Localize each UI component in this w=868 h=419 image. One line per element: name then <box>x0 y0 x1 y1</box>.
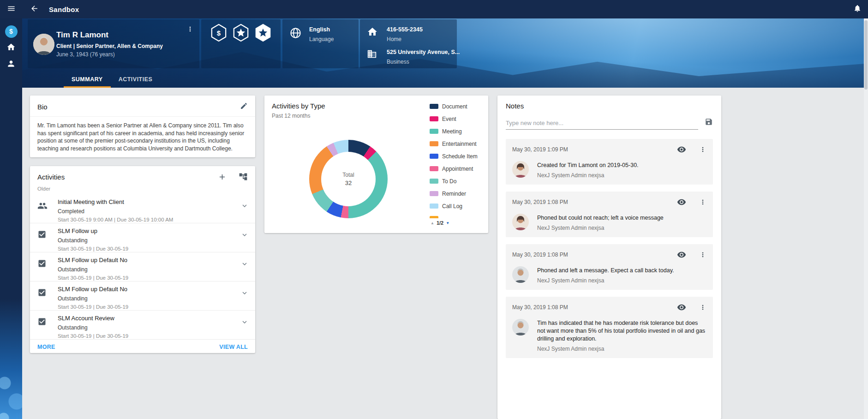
note-text: Tim has indicated that he has moderate r… <box>537 319 706 343</box>
donut-total-label: Total <box>342 172 354 178</box>
back-button[interactable] <box>26 4 42 15</box>
legend-pagination: ▲ 1/2 ▼ <box>431 220 449 226</box>
activity-row[interactable]: SLM Follow up Outstanding Start 30-05-19… <box>30 223 255 252</box>
bio-card: Bio Mr. Tim Lamont has been a Senior Par… <box>30 96 255 157</box>
page-indicator: 1/2 <box>437 220 443 226</box>
legend-label: Call Log <box>442 203 462 210</box>
view-all-button[interactable]: VIEW ALL <box>219 344 248 350</box>
new-note-input[interactable] <box>506 117 698 130</box>
dots-vertical-icon[interactable] <box>699 251 706 258</box>
language-value: English <box>309 26 330 33</box>
legend-swatch <box>430 179 438 184</box>
chevron-down-icon[interactable] <box>240 202 249 210</box>
note-text: Phoned and left a message. Expect a call… <box>537 267 674 275</box>
chevron-down-icon[interactable] <box>240 318 249 326</box>
note-author-avatar <box>512 319 529 335</box>
activity-row[interactable]: SLM Follow up Default No Outstanding Sta… <box>30 252 255 281</box>
add-activity-button[interactable] <box>218 173 227 181</box>
legend-item: Appointment <box>430 165 486 172</box>
bio-title: Bio <box>37 103 48 111</box>
dots-vertical-icon <box>186 26 194 34</box>
tab-summary-label: SUMMARY <box>72 76 103 83</box>
activity-row[interactable]: Initial Meeting with Client Completed St… <box>30 194 255 223</box>
profile-birthdate: June 3, 1943 (76 years) <box>56 51 115 58</box>
menu-button[interactable] <box>0 4 22 15</box>
language-card[interactable]: English Language <box>282 19 359 68</box>
hamburger-icon <box>7 4 16 15</box>
note-author-avatar <box>512 266 529 283</box>
chevron-down-icon[interactable] <box>240 260 249 268</box>
note-timestamp: May 30, 2019 1:08 PM <box>512 199 677 205</box>
phone-number[interactable]: 416-555-2345 <box>387 26 423 33</box>
note-item: May 30, 2019 1:08 PM Phoned but could no… <box>506 192 713 237</box>
donut-total-value: 32 <box>345 180 352 186</box>
task-check-icon <box>37 230 47 239</box>
star-icon <box>236 28 246 38</box>
task-check-icon <box>37 259 47 268</box>
app-title: Sandbox <box>49 6 79 13</box>
activity-row[interactable]: SLM Follow up Default No Outstanding Sta… <box>30 281 255 311</box>
eye-icon[interactable] <box>677 198 686 207</box>
activity-title: Initial Meeting with Client <box>58 198 233 205</box>
floppy-save-icon <box>705 118 713 128</box>
activity-row[interactable]: SLM Account Review Outstanding Start 30-… <box>30 311 255 340</box>
activity-title: SLM Follow up Default No <box>58 257 233 263</box>
dollar-icon: $ <box>210 24 227 42</box>
top-app-bar: Sandbox <box>0 0 868 18</box>
page-up-icon[interactable]: ▲ <box>431 221 434 225</box>
notes-card: Notes May 30, 2019 1:09 PM Created for T… <box>497 96 721 419</box>
nav-contacts-button[interactable] <box>0 56 22 73</box>
star-hexagon-badge[interactable] <box>233 24 249 42</box>
note-text: Phoned but could not reach; left a voice… <box>537 214 664 222</box>
tab-activities-label: ACTIVITIES <box>119 76 153 83</box>
legend-swatch <box>430 191 438 196</box>
eye-icon[interactable] <box>677 250 686 259</box>
chevron-down-icon[interactable] <box>240 289 249 297</box>
dots-vertical-icon[interactable] <box>699 146 706 153</box>
note-author: NexJ System Admin nexjsa <box>537 277 674 284</box>
profile-name: Tim R Lamont <box>56 30 108 40</box>
note-timestamp: May 30, 2019 1:08 PM <box>512 304 677 311</box>
legend-swatch <box>430 166 438 171</box>
language-label: Language <box>309 36 334 42</box>
eye-icon[interactable] <box>677 145 686 154</box>
save-note-button[interactable] <box>705 118 713 128</box>
nav-home-button[interactable] <box>0 40 22 56</box>
nav-money-button[interactable]: $ <box>0 23 22 40</box>
filled-star-hexagon-badge[interactable] <box>255 24 271 42</box>
donut-center-label: Total 32 <box>309 140 388 218</box>
people-icon <box>37 201 48 211</box>
activities-by-type-card: Activities by Type Past 12 months Total … <box>264 96 488 233</box>
address-value[interactable]: 525 University Avenue, S... <box>387 49 460 55</box>
dots-vertical-icon[interactable] <box>699 198 706 206</box>
tab-summary[interactable]: SUMMARY <box>64 71 111 88</box>
activity-status: Completed <box>58 208 233 215</box>
dollar-hexagon-badge[interactable]: $ <box>210 24 227 42</box>
more-button[interactable]: MORE <box>37 344 55 350</box>
legend-swatch <box>430 116 438 121</box>
tab-activities[interactable]: ACTIVITIES <box>111 71 161 88</box>
legend-item: Schedule Item <box>430 153 486 160</box>
edit-pencil-icon[interactable] <box>240 102 248 112</box>
bell-icon <box>853 4 862 14</box>
arrow-left-icon <box>30 4 39 15</box>
app-root: Sandbox $ Tim R Lamont Client | Senior P… <box>0 0 868 419</box>
profile-menu-button[interactable] <box>186 25 194 35</box>
legend-item: Reminder <box>430 190 486 197</box>
vertical-scrollbar[interactable] <box>864 18 868 419</box>
task-check-icon <box>37 317 47 326</box>
legend-label: Appointment <box>442 166 473 172</box>
activity-dates: Start 30-05-19 | Due 30-05-19 <box>58 275 233 281</box>
legend-item: Meeting <box>430 128 486 135</box>
notifications-button[interactable] <box>853 4 862 14</box>
scrollbar-thumb[interactable] <box>864 20 868 90</box>
legend-swatch <box>430 204 438 209</box>
legend-label: Schedule Item <box>442 153 478 160</box>
note-author: NexJ System Admin nexjsa <box>537 225 664 231</box>
eye-icon[interactable] <box>677 303 686 312</box>
dots-vertical-icon[interactable] <box>699 304 706 311</box>
hierarchy-icon[interactable] <box>239 172 248 181</box>
legend-label: Meeting <box>442 128 462 135</box>
page-down-icon[interactable]: ▼ <box>446 221 449 225</box>
chevron-down-icon[interactable] <box>240 231 249 239</box>
